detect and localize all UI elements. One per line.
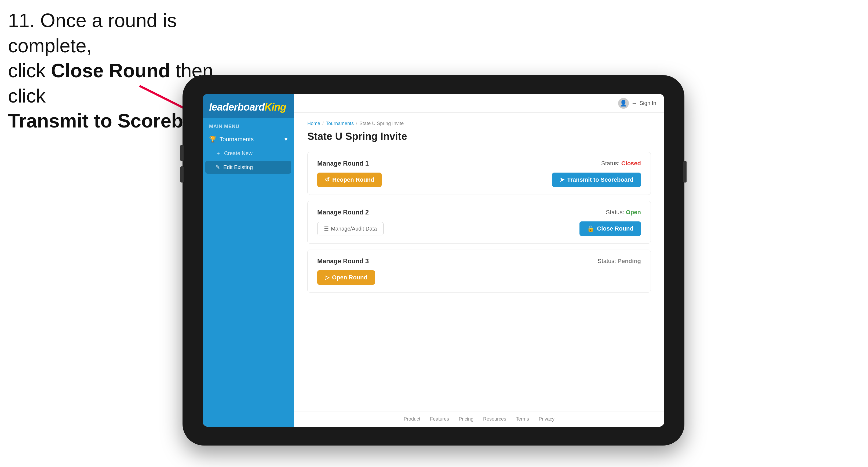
sidebar-item-tournaments[interactable]: 🏆 Tournaments ▾ [203, 132, 294, 147]
logo-leaderboard: leaderboard [209, 101, 265, 113]
round-1-section: Manage Round 1 Status: Closed ↺ Reopen R… [307, 152, 651, 195]
breadcrumb-sep1: / [322, 121, 324, 126]
footer-resources[interactable]: Resources [483, 416, 506, 422]
breadcrumb-current: State U Spring Invite [360, 121, 404, 126]
user-icon: 👤 [620, 100, 627, 107]
sidebar-item-edit-existing[interactable]: ✎ Edit Existing [205, 161, 291, 174]
tablet-vol-down-button [180, 166, 184, 183]
round-1-title: Manage Round 1 [317, 160, 369, 167]
sign-in-button[interactable]: 👤 → Sign In [618, 98, 656, 109]
footer-features[interactable]: Features [430, 416, 449, 422]
tablet-frame: leaderboardKing MAIN MENU 🏆 Tournaments … [183, 75, 684, 445]
lock-icon: 🔒 [587, 225, 594, 232]
footer-pricing[interactable]: Pricing [459, 416, 473, 422]
tournaments-nav-label: Tournaments [220, 136, 254, 143]
round-2-title: Manage Round 2 [317, 209, 369, 216]
main-menu-label: MAIN MENU [203, 118, 294, 132]
sign-in-label: Sign In [640, 100, 656, 106]
logo-king: King [265, 101, 286, 113]
open-round-button[interactable]: ▷ Open Round [317, 270, 375, 285]
round-2-header: Manage Round 2 Status: Open [317, 209, 641, 216]
plus-icon: ＋ [216, 150, 221, 157]
transmit-scoreboard-button[interactable]: ➤ Transmit to Scoreboard [552, 173, 641, 187]
sidebar: leaderboardKing MAIN MENU 🏆 Tournaments … [203, 94, 294, 427]
transmit-icon: ➤ [560, 176, 564, 183]
round-2-actions: ☰ Manage/Audit Data 🔒 Close Round [317, 221, 641, 236]
tablet-screen: leaderboardKing MAIN MENU 🏆 Tournaments … [203, 94, 664, 427]
breadcrumb: Home / Tournaments / State U Spring Invi… [307, 121, 651, 126]
tablet-vol-up-button [180, 145, 184, 161]
sidebar-nav: 🏆 Tournaments ▾ ＋ Create New ✎ Edit Exis… [203, 132, 294, 427]
breadcrumb-tournaments[interactable]: Tournaments [326, 121, 354, 126]
round-2-section: Manage Round 2 Status: Open ☰ Manage/Aud… [307, 201, 651, 244]
create-new-label: Create New [224, 150, 253, 156]
app-layout: leaderboardKing MAIN MENU 🏆 Tournaments … [203, 94, 664, 427]
tablet-power-button [683, 161, 687, 183]
chevron-down-icon: ▾ [284, 136, 287, 143]
avatar: 👤 [618, 98, 629, 109]
round-1-status-value: Closed [621, 160, 641, 167]
instruction-line1: 11. Once a round is complete, [8, 10, 177, 56]
footer-product[interactable]: Product [404, 416, 420, 422]
footer: Product Features Pricing Resources Terms… [294, 411, 664, 427]
round-3-header: Manage Round 3 Status: Pending [317, 257, 641, 265]
round-1-header: Manage Round 1 Status: Closed [317, 160, 641, 167]
page-title: State U Spring Invite [307, 131, 651, 142]
top-bar: 👤 → Sign In [294, 94, 664, 113]
round-1-status: Status: Closed [601, 160, 641, 167]
round-1-actions: ↺ Reopen Round ➤ Transmit to Scoreboard [317, 173, 641, 187]
footer-terms[interactable]: Terms [516, 416, 529, 422]
open-round-icon: ▷ [325, 274, 329, 281]
round-3-actions: ▷ Open Round [317, 270, 641, 285]
main-content: 👤 → Sign In Home / Tournaments / State U… [294, 94, 664, 427]
reopen-icon: ↺ [325, 176, 330, 183]
manage-audit-button[interactable]: ☰ Manage/Audit Data [317, 222, 383, 236]
edit-icon: ✎ [216, 164, 220, 170]
breadcrumb-home[interactable]: Home [307, 121, 320, 126]
sidebar-item-create-new[interactable]: ＋ Create New [203, 147, 294, 160]
round-3-status-value: Pending [618, 258, 641, 264]
audit-icon: ☰ [324, 225, 329, 232]
app-logo: leaderboardKing [209, 101, 287, 113]
reopen-round-button[interactable]: ↺ Reopen Round [317, 173, 382, 187]
round-3-section: Manage Round 3 Status: Pending ▷ Open Ro… [307, 250, 651, 292]
round-3-status: Status: Pending [598, 258, 641, 264]
sign-in-arrow-icon: → [631, 100, 637, 106]
content-area: Home / Tournaments / State U Spring Invi… [294, 113, 664, 411]
trophy-icon: 🏆 [209, 136, 216, 143]
footer-privacy[interactable]: Privacy [539, 416, 555, 422]
round-2-status-value: Open [626, 209, 641, 216]
round-2-status: Status: Open [606, 209, 641, 216]
instruction-close-bold: Close Round [51, 60, 170, 81]
instruction-line2-pre: click [8, 60, 51, 81]
round-3-title: Manage Round 3 [317, 257, 369, 265]
sidebar-logo-area: leaderboardKing [203, 94, 294, 118]
close-round-button[interactable]: 🔒 Close Round [580, 221, 641, 236]
edit-existing-label: Edit Existing [223, 164, 253, 170]
breadcrumb-sep2: / [356, 121, 357, 126]
